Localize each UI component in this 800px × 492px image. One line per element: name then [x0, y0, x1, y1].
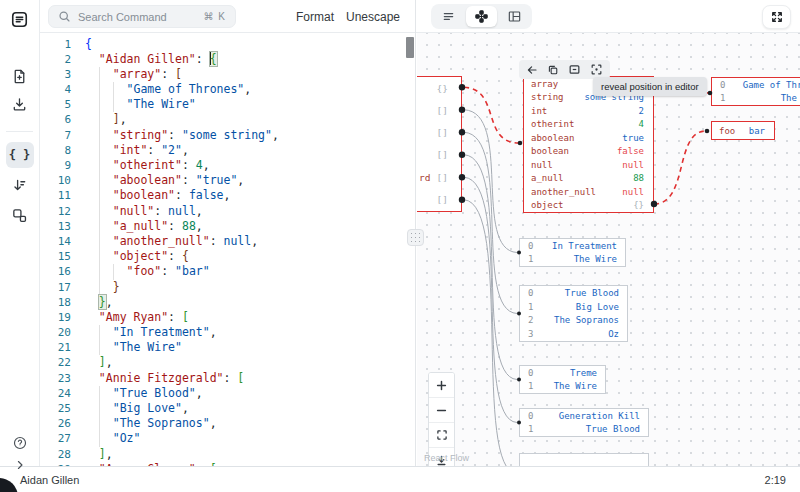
zoom-out-button[interactable] [429, 398, 454, 423]
code-line[interactable]: "Oz" [85, 431, 405, 446]
node-type-symbol: [] [437, 149, 448, 160]
code-line[interactable]: ], [85, 112, 405, 127]
list-view-button[interactable] [433, 6, 464, 27]
zoom-in-button[interactable] [429, 373, 454, 398]
code-line[interactable]: "another_null": null, [85, 234, 405, 249]
graph-view-button[interactable] [466, 6, 497, 27]
nodes-icon[interactable] [6, 202, 34, 228]
json-editor-icon[interactable]: { } [6, 142, 34, 168]
array-index: 1 [528, 424, 533, 434]
node-key: boolean [531, 146, 569, 156]
code-line[interactable]: "array": [ [85, 67, 405, 82]
indent-guide [113, 82, 114, 97]
line-number: 14 [40, 234, 78, 249]
code-line[interactable]: "The Sopranos", [85, 416, 405, 431]
code-line[interactable]: "aboolean": "true", [85, 173, 405, 188]
fit-view-button[interactable] [429, 423, 454, 448]
graph-node-anwan-glover-array[interactable]: 0Treme1The Wire [519, 365, 606, 394]
line-number: 1 [40, 37, 78, 52]
graph-node-aidan-gillen[interactable]: array[]stringsome stringint2otherint4abo… [523, 76, 654, 213]
line-number: 28 [40, 447, 78, 462]
code-line[interactable]: { [85, 37, 405, 52]
reveal-in-editor-button[interactable] [526, 64, 538, 76]
code-line[interactable]: "Amy Ryan": [ [85, 310, 405, 325]
node-row: abooleantrue [524, 131, 653, 145]
code-line[interactable]: "string": "some string", [85, 128, 405, 143]
code-line[interactable]: "True Blood", [85, 386, 405, 401]
code-line[interactable]: "The Wire" [85, 340, 405, 355]
line-number: 18 [40, 295, 78, 310]
handle-dot [705, 129, 710, 134]
code-line[interactable]: "object": { [85, 249, 405, 264]
array-index: 1 [528, 254, 533, 264]
edge-gray [464, 200, 517, 466]
panel-resize-handle[interactable] [407, 229, 424, 246]
code-line[interactable]: "int": "2", [85, 143, 405, 158]
code-line[interactable]: "Game of Thrones", [85, 82, 405, 97]
format-button[interactable]: Format [296, 0, 334, 33]
indent-guide [99, 280, 100, 295]
line-number: 6 [40, 112, 78, 127]
code-line[interactable]: "otherint": 4, [85, 158, 405, 173]
app-logo-icon[interactable] [6, 6, 34, 32]
edge-gray [464, 132, 517, 313]
node-row: another_nullnull [524, 185, 653, 199]
fit-view-icon [436, 429, 448, 441]
sidebar-divider [6, 131, 33, 132]
code-line[interactable]: "Aidan Gillen": { [85, 52, 405, 67]
graph-node-annie-fitzgerald-array[interactable]: 0True Blood1Big Love2The Sopranos3Oz [519, 285, 628, 342]
code-line[interactable]: ], [85, 355, 405, 370]
code-line[interactable]: "boolean": false, [85, 188, 405, 203]
node-row: 3Oz [520, 327, 627, 341]
code-line[interactable]: ], [85, 447, 405, 462]
graph-node-root[interactable]: {}[][][]rd[][] [417, 76, 462, 212]
unescape-button[interactable]: Unescape [346, 0, 400, 33]
transform-icon[interactable] [6, 172, 34, 198]
code-line[interactable]: }, [85, 295, 405, 310]
code-line[interactable]: } [85, 280, 405, 295]
editor-scrollbar-thumb[interactable] [406, 37, 414, 58]
array-index: 1 [720, 93, 725, 103]
code-line[interactable]: "In Treatment", [85, 325, 405, 340]
app-window: { } Search Command ⌘ K Format Unescape [0, 0, 800, 492]
code-line[interactable]: "Big Love", [85, 401, 405, 416]
table-view-button[interactable] [499, 6, 530, 27]
copy-node-button[interactable] [547, 64, 559, 76]
indent-guide [99, 325, 100, 340]
code-line[interactable]: "The Wire" [85, 97, 405, 112]
fullscreen-button[interactable] [762, 5, 791, 29]
line-number: 12 [40, 204, 78, 219]
node-row: nullnull [524, 158, 653, 172]
focus-node-button[interactable] [590, 63, 603, 76]
search-command-box[interactable]: Search Command ⌘ K [48, 5, 236, 28]
new-file-icon[interactable] [6, 63, 34, 89]
graph-node-alexander-array[interactable]: 0Generation Kill1True Blood [519, 408, 649, 437]
line-number: 3 [40, 67, 78, 82]
array-index: 0 [528, 241, 533, 251]
code-content[interactable]: { "Aidan Gillen": { "array": [ "Game of … [85, 33, 405, 466]
graph-canvas[interactable]: {}[][][]rd[][]array[]stringsome stringin… [417, 33, 800, 466]
code-line[interactable]: "null": null, [85, 204, 405, 219]
view-switcher [431, 4, 532, 29]
edge-gray [464, 110, 517, 253]
download-icon[interactable] [6, 91, 34, 117]
graph-node-foo-object[interactable]: foobar [711, 121, 775, 140]
indent-guide [99, 416, 100, 431]
node-row: 0The Corner [520, 454, 648, 466]
copy-icon [547, 64, 559, 76]
line-number: 2 [40, 52, 78, 67]
graph-node-aidan-array[interactable]: 0Game of Thrones1The Wire [711, 77, 800, 106]
code-line[interactable]: "a_null": 88, [85, 219, 405, 234]
edge-selected [654, 131, 706, 204]
graph-node-amy-ryan-array[interactable]: 0In Treatment1The Wire [519, 238, 626, 267]
node-value: false [617, 146, 644, 156]
node-value: bar [749, 126, 765, 136]
node-value: {} [633, 200, 644, 210]
code-editor[interactable]: 1234567891011121314151617181920212223242… [40, 33, 415, 466]
code-line[interactable]: "foo": "bar" [85, 264, 405, 279]
collapse-sidebar-icon[interactable] [6, 452, 34, 478]
collapse-node-button[interactable] [568, 63, 581, 76]
code-line[interactable]: "Annie Fitzgerald": [ [85, 371, 405, 386]
graph-node-alice-array[interactable]: 0The Corner [519, 453, 649, 466]
line-number: 21 [40, 340, 78, 355]
